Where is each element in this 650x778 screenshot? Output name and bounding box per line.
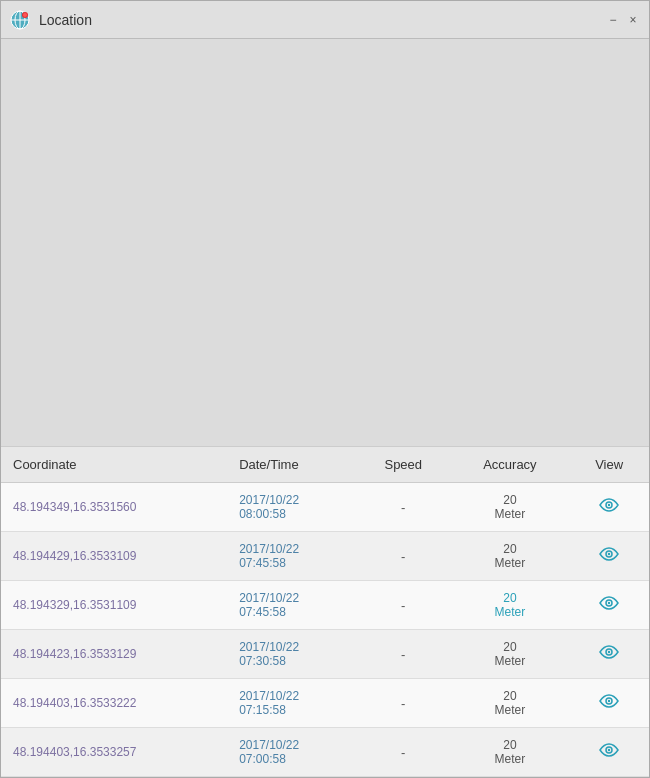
datetime-cell: 2017/10/2207:45:58 — [227, 581, 356, 630]
datetime-cell: 2017/10/2207:15:58 — [227, 679, 356, 728]
accuracy-cell: 20Meter — [451, 581, 570, 630]
view-eye-icon[interactable] — [599, 742, 619, 763]
table-row: 48.194429,16.35331092017/10/2207:45:58-2… — [1, 532, 649, 581]
svg-point-18 — [608, 748, 610, 750]
datetime-cell: 2017/10/2207:30:58 — [227, 630, 356, 679]
coordinate-cell: 48.194329,16.3531109 — [1, 581, 227, 630]
coordinate-cell: 48.194403,16.3533222 — [1, 679, 227, 728]
view-eye-icon[interactable] — [599, 546, 619, 567]
accuracy-cell: 20Meter — [451, 630, 570, 679]
coordinate-cell: 48.194423,16.3533129 — [1, 630, 227, 679]
view-eye-icon[interactable] — [599, 693, 619, 714]
speed-cell: - — [356, 679, 450, 728]
view-cell — [569, 483, 649, 532]
view-eye-icon[interactable] — [599, 595, 619, 616]
main-window: Location − × Coordinate Date/Time Speed … — [0, 0, 650, 778]
table-row: 48.194403,16.35332572017/10/2207:00:58-2… — [1, 728, 649, 777]
table-row: 48.194403,16.35332222017/10/2207:15:58-2… — [1, 679, 649, 728]
close-button[interactable]: × — [625, 12, 641, 28]
col-header-coordinate: Coordinate — [1, 447, 227, 483]
table-row: 48.194423,16.35331292017/10/2207:30:58-2… — [1, 630, 649, 679]
window-controls: − × — [605, 12, 641, 28]
location-table: Coordinate Date/Time Speed Accuracy View… — [1, 447, 649, 777]
datetime-cell: 2017/10/2208:00:58 — [227, 483, 356, 532]
accuracy-cell: 20Meter — [451, 483, 570, 532]
accuracy-cell: 20Meter — [451, 728, 570, 777]
view-cell — [569, 630, 649, 679]
view-cell — [569, 679, 649, 728]
table-row: 48.194349,16.35315602017/10/2208:00:58-2… — [1, 483, 649, 532]
svg-point-16 — [608, 699, 610, 701]
col-header-speed: Speed — [356, 447, 450, 483]
svg-point-6 — [23, 13, 27, 17]
minimize-button[interactable]: − — [605, 12, 621, 28]
coordinate-cell: 48.194429,16.3533109 — [1, 532, 227, 581]
speed-cell: - — [356, 532, 450, 581]
speed-cell: - — [356, 630, 450, 679]
view-eye-icon[interactable] — [599, 497, 619, 518]
datetime-cell: 2017/10/2207:00:58 — [227, 728, 356, 777]
datetime-cell: 2017/10/2207:45:58 — [227, 532, 356, 581]
view-cell — [569, 728, 649, 777]
speed-cell: - — [356, 728, 450, 777]
svg-point-10 — [608, 552, 610, 554]
view-cell — [569, 532, 649, 581]
window-title: Location — [39, 12, 605, 28]
svg-point-14 — [608, 650, 610, 652]
col-header-accuracy: Accuracy — [451, 447, 570, 483]
map-area — [1, 39, 649, 446]
accuracy-cell: 20Meter — [451, 532, 570, 581]
table-header-row: Coordinate Date/Time Speed Accuracy View — [1, 447, 649, 483]
svg-point-8 — [608, 503, 610, 505]
speed-cell: - — [356, 581, 450, 630]
table-row: 48.194329,16.35311092017/10/2207:45:58-2… — [1, 581, 649, 630]
title-bar: Location − × — [1, 1, 649, 39]
col-header-datetime: Date/Time — [227, 447, 356, 483]
col-header-view: View — [569, 447, 649, 483]
coordinate-cell: 48.194349,16.3531560 — [1, 483, 227, 532]
app-icon — [9, 9, 31, 31]
coordinate-cell: 48.194403,16.3533257 — [1, 728, 227, 777]
speed-cell: - — [356, 483, 450, 532]
view-cell — [569, 581, 649, 630]
location-table-container: Coordinate Date/Time Speed Accuracy View… — [1, 446, 649, 777]
accuracy-cell: 20Meter — [451, 679, 570, 728]
view-eye-icon[interactable] — [599, 644, 619, 665]
svg-point-12 — [608, 601, 610, 603]
